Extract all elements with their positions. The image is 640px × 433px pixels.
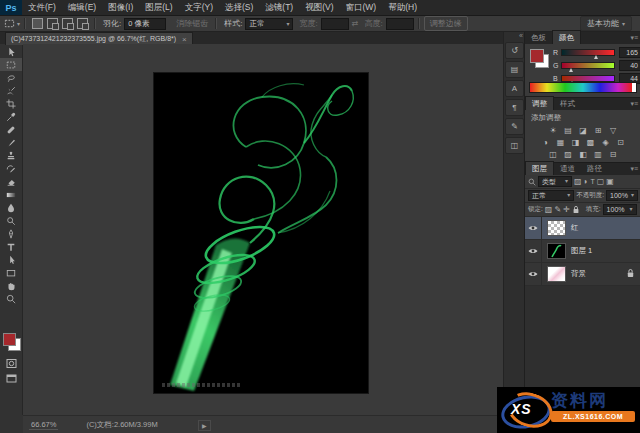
blur-tool[interactable] [0,201,22,214]
color-balance-icon[interactable]: ▦ [554,136,568,148]
workspace-switcher[interactable]: 基本功能▾ [580,16,632,31]
red-slider-marker[interactable] [594,55,598,59]
lock-pixels-icon[interactable]: ✎ [554,205,561,214]
channel-mixer-icon[interactable]: ◈ [599,136,613,148]
dodge-tool[interactable] [0,214,22,227]
move-tool[interactable] [0,45,22,58]
menu-filter[interactable]: 滤镜(T) [259,0,299,15]
rectangle-tool[interactable] [0,266,22,279]
foreground-color-swatch[interactable] [530,49,544,63]
opacity-field[interactable]: 100%▾ [606,190,638,201]
swap-dimensions-icon[interactable]: ⇄ [352,19,359,28]
screen-mode-button[interactable] [0,372,22,385]
gradient-map-icon[interactable]: ▥ [591,148,605,160]
photo-filter-icon[interactable]: ▩ [584,136,598,148]
quick-mask-button[interactable] [0,357,22,370]
type-tool[interactable] [0,240,22,253]
layer-name[interactable]: 背景 [571,269,586,279]
feather-input[interactable]: 0 像素 [124,18,166,30]
brightness-contrast-icon[interactable]: ☀ [546,124,560,136]
selection-new-button[interactable] [32,18,43,29]
zoom-level-field[interactable]: 66.67% [29,420,58,430]
menu-view[interactable]: 视图(V) [299,0,339,15]
menu-type[interactable]: 文字(Y) [179,0,219,15]
posterize-icon[interactable]: ▨ [561,148,575,160]
actions-panel-icon[interactable]: ▤ [505,61,524,78]
menu-window[interactable]: 窗口(W) [340,0,383,15]
menu-layer[interactable]: 图层(L) [139,0,178,15]
blue-slider[interactable] [561,75,615,82]
eyedropper-tool[interactable] [0,110,22,123]
panel-menu-icon[interactable]: ▾≡ [630,165,638,173]
tool-preset-picker[interactable]: ▾ [4,18,20,29]
selection-add-button[interactable] [47,18,58,29]
clone-source-panel-icon[interactable]: ✎ [505,118,524,135]
tab-paths[interactable]: 路径 [581,162,608,175]
tab-adjustments[interactable]: 调整 [525,96,554,110]
pen-tool[interactable] [0,227,22,240]
selection-subtract-button[interactable] [62,18,73,29]
filter-type-icon[interactable]: T [590,178,594,185]
layer-name[interactable]: 红 [571,223,579,233]
paragraph-panel-icon[interactable]: ¶ [505,99,524,116]
layer-row-red[interactable]: 红 [525,217,640,240]
foreground-color-swatch[interactable] [3,333,16,346]
menu-file[interactable]: 文件(F) [22,0,62,15]
document-image[interactable] [153,72,369,394]
zoom-tool[interactable] [0,292,22,305]
selective-color-icon[interactable]: ⊟ [606,148,620,160]
lock-all-icon[interactable] [572,205,580,214]
path-selection-tool[interactable] [0,253,22,266]
green-value-field[interactable]: 40 [619,60,640,71]
history-brush-tool[interactable] [0,162,22,175]
status-flyout-button[interactable]: ▶ [198,420,211,431]
hand-tool[interactable] [0,279,22,292]
layer-thumbnail[interactable] [547,266,566,282]
filter-adjustment-icon[interactable]: ◗ [584,177,589,186]
layer-thumbnail[interactable] [547,220,566,236]
blend-mode-select[interactable]: 正常▾ [528,190,574,201]
panel-menu-icon[interactable]: ▾≡ [630,34,638,42]
visibility-toggle[interactable] [525,217,542,239]
visibility-toggle[interactable] [525,240,542,262]
tab-styles[interactable]: 样式 [554,97,581,110]
red-value-field[interactable]: 165 [619,47,640,58]
exposure-icon[interactable]: ⊞ [591,124,605,136]
clone-stamp-tool[interactable] [0,149,22,162]
curves-icon[interactable]: ◪ [576,124,590,136]
menu-help[interactable]: 帮助(H) [382,0,423,15]
height-input[interactable] [386,18,414,30]
crop-tool[interactable] [0,97,22,110]
menu-edit[interactable]: 编辑(E) [62,0,102,15]
filter-smart-object-icon[interactable]: ▣ [606,177,614,186]
refine-edge-button[interactable]: 调整边缘 [424,16,468,31]
color-lookup-icon[interactable]: ⊡ [614,136,628,148]
layer-row-background[interactable]: 背景 [525,263,640,286]
healing-brush-tool[interactable] [0,123,22,136]
layer-name[interactable]: 图层 1 [571,246,592,256]
panel-menu-icon[interactable]: ▾≡ [630,100,638,108]
brush-tool[interactable] [0,136,22,149]
expand-dock-icon[interactable]: « [519,32,523,39]
visibility-toggle[interactable] [525,263,542,285]
antialias-checkbox-label[interactable]: 消除锯齿 [176,18,208,29]
character-panel-icon[interactable]: A [505,80,524,97]
gradient-tool[interactable] [0,188,22,201]
fill-field[interactable]: 100%▾ [603,204,637,215]
tab-swatches[interactable]: 色板 [525,31,552,44]
rectangular-marquee-tool[interactable] [0,58,22,71]
filter-pixel-icon[interactable]: ▨ [574,177,582,186]
width-input[interactable] [321,18,349,30]
eraser-tool[interactable] [0,175,22,188]
lasso-tool[interactable] [0,71,22,84]
tab-layers[interactable]: 图层 [525,161,554,175]
quick-selection-tool[interactable] [0,84,22,97]
vibrance-icon[interactable]: ▽ [606,124,620,136]
menu-image[interactable]: 图像(I) [102,0,139,15]
layer-row-layer1[interactable]: 图层 1 [525,240,640,263]
tab-color[interactable]: 颜色 [552,30,581,44]
tab-channels[interactable]: 通道 [554,162,581,175]
style-select[interactable]: 正常▾ [245,18,293,30]
invert-icon[interactable]: ◫ [546,148,560,160]
canvas-pasteboard[interactable] [23,44,503,415]
